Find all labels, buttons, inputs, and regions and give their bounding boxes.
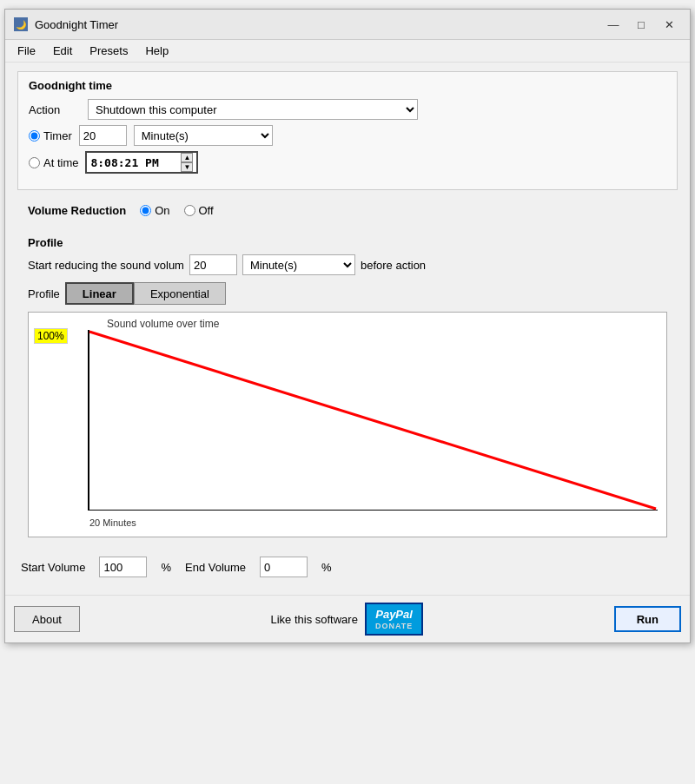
exponential-button[interactable]: Exponential bbox=[134, 282, 226, 305]
timer-unit-select[interactable]: Minute(s) Hour(s) Second(s) bbox=[134, 125, 273, 146]
timer-label: Timer bbox=[43, 129, 72, 142]
profile-label: Profile bbox=[28, 287, 60, 300]
maximize-button[interactable]: □ bbox=[629, 15, 653, 34]
time-spinner: ▲ ▼ bbox=[181, 153, 193, 172]
volume-off-radio[interactable] bbox=[184, 205, 195, 216]
action-select[interactable]: Shutdown this computer Restart this comp… bbox=[88, 99, 418, 120]
profile-buttons-row: Profile Linear Exponential bbox=[28, 282, 667, 305]
reduce-unit-select[interactable]: Minute(s) Hour(s) Second(s) bbox=[242, 254, 355, 275]
paypal-logo: PayPal bbox=[375, 608, 413, 622]
percent1: % bbox=[161, 561, 171, 574]
footer-row: About Like this software PayPal DONATE R… bbox=[5, 595, 690, 642]
title-bar: 🌙 Goodnight Timer — □ ✕ bbox=[5, 10, 690, 40]
svg-line-2 bbox=[89, 332, 656, 509]
chart-container: Sound volume over time 100% 20 Minutes bbox=[28, 312, 667, 537]
menu-presets[interactable]: Presets bbox=[81, 42, 136, 60]
attime-radio[interactable] bbox=[29, 157, 40, 168]
volume-reduction-section: Volume Reduction On Off bbox=[17, 199, 678, 226]
menu-bar: File Edit Presets Help bbox=[5, 40, 690, 63]
chart-x-label: 20 Minutes bbox=[89, 517, 136, 528]
chart-wrapper: Sound volume over time 100% 20 Minutes bbox=[28, 312, 667, 537]
close-button[interactable]: ✕ bbox=[657, 15, 681, 34]
run-button[interactable]: Run bbox=[614, 606, 681, 632]
reduce-row: Start reducing the sound volum Minute(s)… bbox=[28, 254, 667, 275]
volume-off-label[interactable]: Off bbox=[184, 204, 214, 217]
reduce-value-input[interactable] bbox=[189, 254, 237, 275]
menu-file[interactable]: File bbox=[9, 42, 44, 60]
like-text: Like this software bbox=[270, 613, 357, 626]
volume-on-text: On bbox=[155, 204, 169, 217]
main-content: Goodnight time Action Shutdown this comp… bbox=[5, 63, 690, 595]
menu-help[interactable]: Help bbox=[136, 42, 177, 60]
linear-button[interactable]: Linear bbox=[65, 282, 134, 305]
percent2: % bbox=[321, 561, 332, 574]
attime-row: At time 8:08:21 PM ▲ ▼ bbox=[29, 151, 666, 174]
action-row: Action Shutdown this computer Restart th… bbox=[29, 99, 666, 120]
volume-title-row: Volume Reduction On Off bbox=[28, 204, 667, 217]
volume-on-label[interactable]: On bbox=[140, 204, 169, 217]
chart-title: Sound volume over time bbox=[107, 318, 219, 330]
timer-radio[interactable] bbox=[29, 130, 40, 142]
attime-label: At time bbox=[43, 156, 78, 169]
chart-svg bbox=[88, 330, 658, 511]
time-down-button[interactable]: ▼ bbox=[181, 162, 193, 172]
volume-off-text: Off bbox=[199, 204, 214, 217]
time-value: 8:08:21 PM bbox=[90, 156, 158, 169]
goodnight-time-section: Goodnight time Action Shutdown this comp… bbox=[17, 71, 678, 190]
before-action-text: before action bbox=[361, 259, 426, 272]
bottom-row: Start Volume % End Volume % bbox=[17, 557, 678, 577]
about-button[interactable]: About bbox=[14, 606, 80, 632]
time-input-box: 8:08:21 PM ▲ ▼ bbox=[85, 151, 198, 174]
volume-reduction-title: Volume Reduction bbox=[28, 204, 126, 217]
time-up-button[interactable]: ▲ bbox=[181, 153, 193, 162]
chart-y-label: 100% bbox=[34, 328, 68, 344]
paypal-donate: DONATE bbox=[375, 622, 413, 631]
timer-value-input[interactable] bbox=[79, 125, 127, 146]
volume-on-radio[interactable] bbox=[140, 205, 151, 216]
attime-radio-label[interactable]: At time bbox=[29, 156, 78, 169]
profile-section: Profile Start reducing the sound volum M… bbox=[17, 233, 678, 550]
goodnight-time-title: Goodnight time bbox=[29, 79, 666, 92]
profile-section-title: Profile bbox=[28, 236, 667, 249]
start-volume-label: Start Volume bbox=[21, 561, 85, 574]
like-section: Like this software PayPal DONATE bbox=[270, 603, 423, 636]
menu-edit[interactable]: Edit bbox=[44, 42, 81, 60]
end-volume-label: End Volume bbox=[185, 561, 246, 574]
title-buttons: — □ ✕ bbox=[601, 15, 681, 34]
paypal-button[interactable]: PayPal DONATE bbox=[365, 603, 423, 636]
app-icon: 🌙 bbox=[14, 17, 28, 31]
minimize-button[interactable]: — bbox=[601, 15, 626, 34]
timer-radio-label[interactable]: Timer bbox=[29, 129, 72, 142]
start-volume-input[interactable] bbox=[99, 557, 147, 577]
reduce-text: Start reducing the sound volum bbox=[28, 259, 184, 272]
title-bar-left: 🌙 Goodnight Timer bbox=[14, 17, 118, 31]
window-title: Goodnight Timer bbox=[35, 18, 118, 31]
action-label: Action bbox=[29, 103, 81, 116]
main-window: 🌙 Goodnight Timer — □ ✕ File Edit Preset… bbox=[4, 9, 691, 643]
timer-row: Timer Minute(s) Hour(s) Second(s) bbox=[29, 125, 666, 146]
end-volume-input[interactable] bbox=[260, 557, 308, 577]
